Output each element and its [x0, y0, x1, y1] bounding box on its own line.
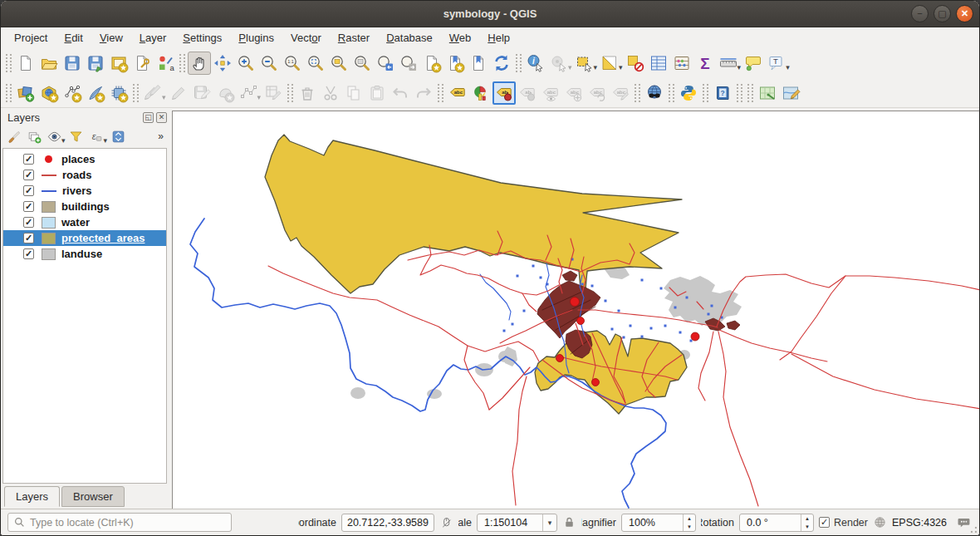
layer-row-water[interactable]: ✓water — [3, 214, 166, 230]
menu-help[interactable]: Help — [479, 29, 518, 47]
layer-checkbox-water[interactable]: ✓ — [23, 217, 34, 228]
bookmark-button[interactable] — [467, 52, 490, 75]
layer-row-places[interactable]: ✓places — [3, 151, 166, 167]
save-project-as-button[interactable] — [84, 52, 107, 75]
layer-label-protected_areas[interactable]: protected_areas — [61, 232, 145, 244]
statistical-summary-button[interactable]: Σ — [693, 52, 717, 75]
zoom-next-button[interactable] — [397, 52, 420, 75]
pan-map-button[interactable] — [188, 52, 211, 75]
python-console-button[interactable] — [677, 81, 700, 105]
zoom-to-layer-button[interactable] — [350, 52, 374, 75]
pin-labels-button[interactable]: ab — [492, 81, 516, 105]
menu-edit[interactable]: Edit — [56, 29, 91, 47]
new-geopackage-layer-button[interactable] — [37, 81, 61, 105]
open-attribute-table-button[interactable] — [647, 52, 670, 75]
close-button[interactable]: ✕ — [956, 5, 973, 22]
menu-database[interactable]: Database — [378, 29, 441, 47]
layer-diagram-button[interactable] — [469, 81, 492, 105]
tab-browser[interactable]: Browser — [61, 486, 125, 507]
scale-combobox[interactable]: 1:150104 ▾ — [477, 514, 557, 532]
layer-row-rivers[interactable]: ✓rivers — [3, 183, 166, 199]
render-checkbox-box[interactable]: ✓ — [819, 517, 830, 528]
menu-raster[interactable]: Raster — [330, 29, 378, 47]
new-shapefile-layer-button[interactable] — [61, 81, 84, 105]
text-annotation-button[interactable]: T — [765, 52, 788, 75]
resize-grip[interactable] — [968, 524, 978, 534]
filter-expression-dropdown-caret[interactable]: ▾ — [104, 136, 108, 145]
new-print-layout-button[interactable] — [107, 52, 130, 75]
layer-checkbox-landuse[interactable]: ✓ — [23, 248, 34, 259]
select-by-form-button[interactable] — [598, 52, 621, 75]
new-project-button[interactable] — [14, 52, 37, 75]
coordinate-input[interactable]: 20.7122,-33.9589 — [341, 514, 434, 532]
refresh-button[interactable] — [490, 52, 513, 75]
open-project-button[interactable] — [37, 52, 61, 75]
save-project-button[interactable] — [61, 52, 84, 75]
layer-label-rivers[interactable]: rivers — [62, 184, 91, 197]
layer-row-buildings[interactable]: ✓buildings — [3, 199, 166, 214]
select-features-button[interactable] — [573, 52, 596, 75]
zoom-last-button[interactable] — [374, 52, 397, 75]
add-group-button[interactable] — [24, 127, 44, 145]
filter-legend-button[interactable] — [66, 127, 86, 145]
new-spatialite-layer-button[interactable] — [84, 81, 107, 105]
lock-scale-icon[interactable] — [562, 515, 576, 529]
layer-label-water[interactable]: water — [61, 216, 90, 229]
style-manager-button[interactable]: a — [154, 52, 177, 75]
measure-button[interactable] — [717, 52, 740, 75]
zoom-in-button[interactable] — [234, 52, 257, 75]
minimize-button[interactable]: − — [911, 5, 929, 22]
mouse-position-icon[interactable] — [439, 515, 453, 529]
rotation-spinbox[interactable]: 0.0 ° ▲▼ — [739, 514, 814, 532]
map-tips-button[interactable] — [742, 52, 765, 75]
tab-layers[interactable]: Layers — [4, 486, 60, 507]
menu-web[interactable]: Web — [441, 29, 480, 47]
magnifier-spin-buttons[interactable]: ▲▼ — [683, 514, 695, 531]
zoom-native-button[interactable]: 1:1 — [281, 52, 304, 75]
map-canvas[interactable] — [172, 111, 980, 509]
new-virtual-layer-button[interactable] — [107, 81, 130, 105]
layer-checkbox-protected_areas[interactable]: ✓ — [23, 233, 34, 243]
layer-checkbox-roads[interactable]: ✓ — [23, 170, 34, 180]
layer-labeling-button[interactable]: abc — [446, 81, 469, 105]
panel-float-button[interactable]: ◱ — [143, 112, 154, 123]
statistics-button[interactable] — [670, 52, 693, 75]
zoom-to-selection-button[interactable] — [327, 52, 350, 75]
menu-view[interactable]: View — [91, 29, 131, 47]
menu-vector[interactable]: Vector — [282, 29, 330, 47]
manage-themes-dropdown-caret[interactable]: ▾ — [61, 136, 66, 145]
help-contents-button[interactable]: ? — [711, 81, 734, 105]
show-bookmarks-button[interactable] — [443, 52, 467, 75]
magnifier-spinbox[interactable]: 100% ▲▼ — [621, 514, 696, 532]
menu-layer[interactable]: Layer — [131, 29, 175, 47]
data-source-manager-button[interactable] — [14, 81, 37, 105]
layer-row-roads[interactable]: ✓roads — [3, 167, 166, 183]
crs-globe-icon[interactable] — [873, 515, 887, 529]
layer-label-places[interactable]: places — [61, 153, 95, 165]
plugin-osm-button[interactable] — [756, 81, 779, 105]
layer-row-landuse[interactable]: ✓landuse — [3, 246, 166, 262]
style-brush-button[interactable] — [4, 127, 24, 145]
metasearch-button[interactable] — [643, 81, 666, 105]
layer-row-protected_areas[interactable]: ✓protected_areas — [3, 230, 166, 246]
menu-plugins[interactable]: Plugins — [230, 29, 282, 47]
rotation-spin-buttons[interactable]: ▲▼ — [801, 514, 813, 531]
panel-toolbar-overflow[interactable]: » — [158, 130, 169, 142]
new-bookmark-button[interactable] — [420, 52, 443, 75]
scale-dropdown-arrow[interactable]: ▾ — [542, 514, 556, 531]
layer-label-roads[interactable]: roads — [62, 169, 91, 181]
layer-checkbox-buildings[interactable]: ✓ — [23, 201, 34, 212]
expand-tree-button[interactable] — [108, 127, 128, 145]
identify-features-button[interactable]: i — [524, 52, 547, 75]
plugin-sketch-button[interactable] — [779, 81, 802, 105]
zoom-full-button[interactable] — [304, 52, 327, 75]
layer-checkbox-places[interactable]: ✓ — [23, 154, 34, 165]
layer-checkbox-rivers[interactable]: ✓ — [23, 185, 34, 196]
zoom-out-button[interactable] — [257, 52, 281, 75]
menu-project[interactable]: Project — [6, 29, 56, 47]
render-checkbox[interactable]: ✓ Render — [819, 517, 868, 529]
menu-settings[interactable]: Settings — [174, 29, 230, 47]
layer-label-landuse[interactable]: landuse — [61, 248, 102, 260]
layer-label-buildings[interactable]: buildings — [61, 200, 110, 213]
locator-search-input[interactable]: Type to locate (Ctrl+K) — [7, 513, 232, 532]
